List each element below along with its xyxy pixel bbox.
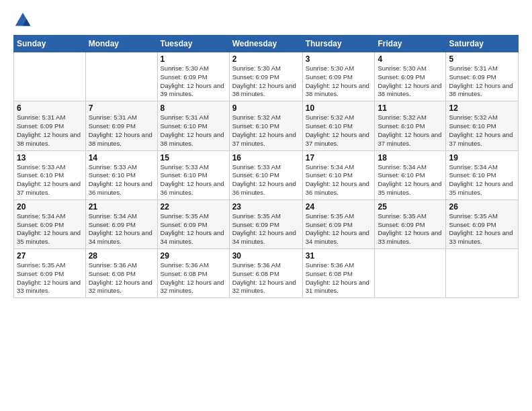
- calendar: SundayMondayTuesdayWednesdayThursdayFrid…: [13, 35, 519, 298]
- day-number: 14: [89, 153, 154, 163]
- day-of-week-header: Sunday: [14, 36, 86, 52]
- day-detail: Sunrise: 5:32 AMSunset: 6:10 PMDaylight:…: [306, 113, 372, 148]
- day-number: 8: [161, 103, 226, 113]
- day-number: 21: [89, 202, 154, 212]
- day-number: 25: [378, 202, 443, 212]
- day-detail: Sunrise: 5:35 AMSunset: 6:09 PMDaylight:…: [232, 212, 300, 246]
- day-of-week-header: Monday: [85, 36, 157, 52]
- day-detail: Sunrise: 5:33 AMSunset: 6:10 PMDaylight:…: [17, 163, 83, 197]
- day-detail: Sunrise: 5:34 AMSunset: 6:10 PMDaylight:…: [306, 163, 372, 197]
- calendar-cell: 8Sunrise: 5:31 AMSunset: 6:10 PMDaylight…: [157, 101, 229, 150]
- day-detail: Sunrise: 5:35 AMSunset: 6:09 PMDaylight:…: [161, 212, 226, 246]
- calendar-cell: 25Sunrise: 5:35 AMSunset: 6:09 PMDayligh…: [375, 199, 446, 248]
- day-detail: Sunrise: 5:36 AMSunset: 6:08 PMDaylight:…: [232, 261, 300, 295]
- calendar-cell: 5Sunrise: 5:31 AMSunset: 6:09 PMDaylight…: [446, 52, 519, 101]
- day-detail: Sunrise: 5:34 AMSunset: 6:09 PMDaylight:…: [89, 212, 154, 246]
- calendar-cell: 27Sunrise: 5:35 AMSunset: 6:09 PMDayligh…: [14, 249, 86, 298]
- day-number: 13: [17, 153, 83, 163]
- calendar-cell: 22Sunrise: 5:35 AMSunset: 6:09 PMDayligh…: [157, 199, 229, 248]
- calendar-cell: 14Sunrise: 5:33 AMSunset: 6:10 PMDayligh…: [85, 150, 157, 199]
- day-number: 9: [232, 103, 300, 113]
- calendar-cell: 28Sunrise: 5:36 AMSunset: 6:08 PMDayligh…: [85, 249, 157, 298]
- day-detail: Sunrise: 5:32 AMSunset: 6:10 PMDaylight:…: [449, 113, 515, 148]
- day-number: 1: [161, 54, 226, 64]
- day-detail: Sunrise: 5:34 AMSunset: 6:10 PMDaylight:…: [378, 163, 443, 197]
- day-number: 2: [232, 54, 300, 64]
- day-detail: Sunrise: 5:31 AMSunset: 6:09 PMDaylight:…: [89, 113, 154, 148]
- day-number: 4: [378, 54, 443, 64]
- day-detail: Sunrise: 5:30 AMSunset: 6:09 PMDaylight:…: [306, 64, 372, 99]
- day-number: 26: [449, 202, 515, 212]
- day-detail: Sunrise: 5:33 AMSunset: 6:10 PMDaylight:…: [89, 163, 154, 197]
- calendar-cell: 4Sunrise: 5:30 AMSunset: 6:09 PMDaylight…: [375, 52, 446, 101]
- day-detail: Sunrise: 5:35 AMSunset: 6:09 PMDaylight:…: [449, 212, 515, 246]
- day-detail: Sunrise: 5:35 AMSunset: 6:09 PMDaylight:…: [378, 212, 443, 246]
- svg-rect-2: [18, 20, 23, 26]
- day-of-week-header: Saturday: [446, 36, 519, 52]
- calendar-cell: [85, 52, 157, 101]
- calendar-cell: 21Sunrise: 5:34 AMSunset: 6:09 PMDayligh…: [85, 199, 157, 248]
- day-detail: Sunrise: 5:33 AMSunset: 6:10 PMDaylight:…: [232, 163, 300, 197]
- day-number: 28: [89, 251, 154, 261]
- day-number: 6: [17, 103, 83, 113]
- day-number: 30: [232, 251, 300, 261]
- day-detail: Sunrise: 5:31 AMSunset: 6:09 PMDaylight:…: [449, 64, 515, 99]
- calendar-cell: 3Sunrise: 5:30 AMSunset: 6:09 PMDaylight…: [302, 52, 375, 101]
- calendar-cell: 18Sunrise: 5:34 AMSunset: 6:10 PMDayligh…: [375, 150, 446, 199]
- calendar-cell: 6Sunrise: 5:31 AMSunset: 6:09 PMDaylight…: [14, 101, 86, 150]
- day-number: 29: [161, 251, 226, 261]
- day-detail: Sunrise: 5:32 AMSunset: 6:10 PMDaylight:…: [378, 113, 443, 148]
- calendar-cell: 16Sunrise: 5:33 AMSunset: 6:10 PMDayligh…: [229, 150, 302, 199]
- calendar-cell: 1Sunrise: 5:30 AMSunset: 6:09 PMDaylight…: [157, 52, 229, 101]
- day-number: 19: [449, 153, 515, 163]
- day-detail: Sunrise: 5:36 AMSunset: 6:08 PMDaylight:…: [306, 261, 372, 295]
- day-number: 16: [232, 153, 300, 163]
- calendar-cell: 30Sunrise: 5:36 AMSunset: 6:08 PMDayligh…: [229, 249, 302, 298]
- calendar-cell: 26Sunrise: 5:35 AMSunset: 6:09 PMDayligh…: [446, 199, 519, 248]
- calendar-cell: 12Sunrise: 5:32 AMSunset: 6:10 PMDayligh…: [446, 101, 519, 150]
- calendar-cell: 15Sunrise: 5:33 AMSunset: 6:10 PMDayligh…: [157, 150, 229, 199]
- logo-icon: [13, 11, 32, 30]
- day-detail: Sunrise: 5:36 AMSunset: 6:08 PMDaylight:…: [161, 261, 226, 295]
- logo: [13, 11, 35, 30]
- day-number: 31: [306, 251, 372, 261]
- day-of-week-header: Friday: [375, 36, 446, 52]
- day-number: 3: [306, 54, 372, 64]
- calendar-cell: 20Sunrise: 5:34 AMSunset: 6:09 PMDayligh…: [14, 199, 86, 248]
- calendar-cell: [375, 249, 446, 298]
- day-number: 22: [161, 202, 226, 212]
- day-detail: Sunrise: 5:35 AMSunset: 6:09 PMDaylight:…: [17, 261, 83, 295]
- day-number: 10: [306, 103, 372, 113]
- day-number: 18: [378, 153, 443, 163]
- calendar-cell: 17Sunrise: 5:34 AMSunset: 6:10 PMDayligh…: [302, 150, 375, 199]
- day-number: 27: [17, 251, 83, 261]
- day-number: 7: [89, 103, 154, 113]
- day-detail: Sunrise: 5:30 AMSunset: 6:09 PMDaylight:…: [232, 64, 300, 99]
- day-number: 12: [449, 103, 515, 113]
- calendar-cell: 7Sunrise: 5:31 AMSunset: 6:09 PMDaylight…: [85, 101, 157, 150]
- calendar-cell: [14, 52, 86, 101]
- calendar-cell: 19Sunrise: 5:34 AMSunset: 6:10 PMDayligh…: [446, 150, 519, 199]
- day-number: 15: [161, 153, 226, 163]
- day-detail: Sunrise: 5:32 AMSunset: 6:10 PMDaylight:…: [232, 113, 300, 148]
- calendar-cell: 13Sunrise: 5:33 AMSunset: 6:10 PMDayligh…: [14, 150, 86, 199]
- day-of-week-header: Thursday: [302, 36, 375, 52]
- calendar-cell: 24Sunrise: 5:35 AMSunset: 6:09 PMDayligh…: [302, 199, 375, 248]
- calendar-cell: [446, 249, 519, 298]
- day-number: 17: [306, 153, 372, 163]
- day-of-week-header: Wednesday: [229, 36, 302, 52]
- calendar-cell: 10Sunrise: 5:32 AMSunset: 6:10 PMDayligh…: [302, 101, 375, 150]
- calendar-cell: 9Sunrise: 5:32 AMSunset: 6:10 PMDaylight…: [229, 101, 302, 150]
- day-detail: Sunrise: 5:30 AMSunset: 6:09 PMDaylight:…: [161, 64, 226, 99]
- day-detail: Sunrise: 5:34 AMSunset: 6:10 PMDaylight:…: [449, 163, 515, 197]
- day-detail: Sunrise: 5:33 AMSunset: 6:10 PMDaylight:…: [161, 163, 226, 197]
- calendar-cell: 11Sunrise: 5:32 AMSunset: 6:10 PMDayligh…: [375, 101, 446, 150]
- day-number: 5: [449, 54, 515, 64]
- calendar-cell: 2Sunrise: 5:30 AMSunset: 6:09 PMDaylight…: [229, 52, 302, 101]
- day-detail: Sunrise: 5:31 AMSunset: 6:09 PMDaylight:…: [17, 113, 83, 148]
- calendar-cell: 29Sunrise: 5:36 AMSunset: 6:08 PMDayligh…: [157, 249, 229, 298]
- day-detail: Sunrise: 5:36 AMSunset: 6:08 PMDaylight:…: [89, 261, 154, 295]
- day-number: 23: [232, 202, 300, 212]
- day-number: 24: [306, 202, 372, 212]
- day-detail: Sunrise: 5:34 AMSunset: 6:09 PMDaylight:…: [17, 212, 83, 246]
